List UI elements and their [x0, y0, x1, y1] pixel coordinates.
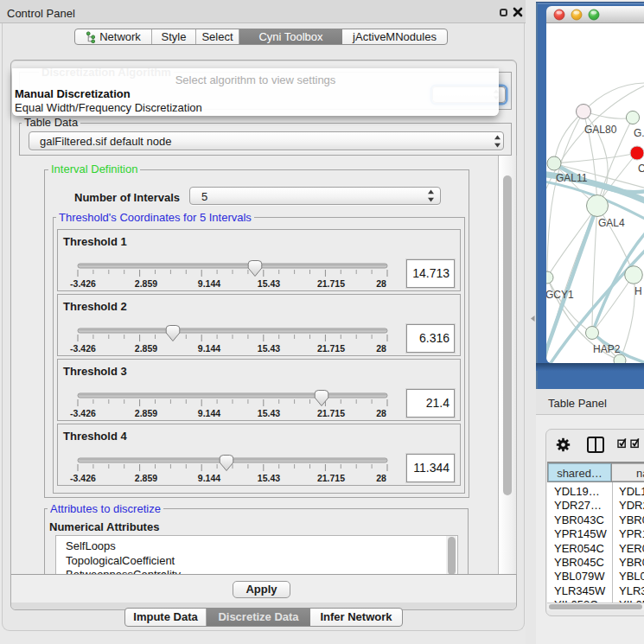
svg-text:9.144: 9.144 [198, 473, 220, 483]
svg-text:-3.426: -3.426 [70, 278, 96, 289]
svg-text:15.43: 15.43 [258, 408, 280, 418]
svg-text:21.715: 21.715 [317, 278, 345, 289]
svg-text:21.715: 21.715 [317, 343, 345, 354]
svg-text:21.715: 21.715 [317, 408, 345, 418]
svg-text:9.144: 9.144 [198, 343, 220, 354]
svg-text:2.859: 2.859 [135, 473, 157, 483]
svg-text:21.715: 21.715 [317, 473, 345, 483]
svg-text:2.859: 2.859 [135, 408, 157, 418]
svg-text:15.43: 15.43 [258, 473, 280, 483]
svg-text:GAL4: GAL4 [598, 217, 625, 229]
svg-text:HAP2: HAP2 [593, 343, 621, 355]
svg-text:-3.426: -3.426 [70, 408, 96, 418]
svg-text:9.144: 9.144 [198, 408, 220, 418]
svg-text:C: C [638, 163, 644, 175]
svg-text:2.859: 2.859 [135, 343, 157, 354]
svg-text:28: 28 [376, 343, 386, 354]
svg-text:-3.426: -3.426 [70, 343, 96, 354]
svg-text:15.43: 15.43 [258, 343, 280, 354]
svg-text:28: 28 [376, 473, 386, 483]
svg-text:15.43: 15.43 [258, 278, 280, 289]
svg-text:G.: G. [634, 127, 644, 139]
svg-text:-3.426: -3.426 [70, 473, 96, 483]
svg-text:GAL11: GAL11 [556, 172, 588, 184]
svg-text:9.144: 9.144 [198, 278, 220, 289]
svg-text:GAL80: GAL80 [584, 124, 617, 136]
svg-text:GCY1: GCY1 [546, 289, 574, 301]
svg-text:2.859: 2.859 [135, 278, 157, 289]
svg-text:28: 28 [376, 408, 386, 418]
svg-text:H: H [634, 285, 642, 297]
svg-text:28: 28 [376, 278, 386, 289]
